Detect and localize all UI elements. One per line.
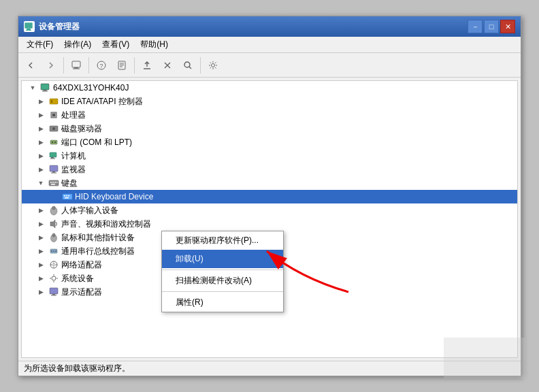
tree-node-computer-label: 计算机: [61, 150, 86, 162]
tree-node-hid-input-label: 人体字输入设备: [61, 205, 118, 216]
tree-node-hid-input[interactable]: ▶ 人体字输入设备: [22, 203, 517, 217]
svg-rect-1: [27, 29, 31, 30]
svg-point-59: [52, 276, 56, 280]
update-driver-button[interactable]: [137, 56, 157, 75]
menu-help[interactable]: 帮助(H): [135, 37, 174, 52]
svg-point-54: [51, 250, 52, 252]
ide-icon: [48, 96, 59, 107]
uninstall-button[interactable]: [158, 56, 177, 75]
tree-node-serial-label: 通用串行总线控制器: [61, 246, 135, 257]
computer-node-icon: [48, 150, 59, 161]
cpu-icon: [48, 110, 59, 120]
tree-node-disk[interactable]: ▶ 磁盘驱动器: [22, 122, 517, 135]
expand-icon-keyboard: ▼: [35, 178, 46, 189]
menu-bar: 文件(F) 操作(A) 查看(V) 帮助(H): [18, 37, 521, 53]
tree-node-network-label: 网络适配器: [61, 259, 102, 271]
tree-node-system-label: 系统设备: [61, 273, 94, 284]
svg-rect-3: [72, 61, 80, 67]
close-button[interactable]: ✕: [500, 20, 515, 33]
svg-rect-39: [54, 182, 56, 183]
tree-node-hid[interactable]: HID Keyboard Device: [22, 190, 517, 203]
tree-node-port[interactable]: ▶ 端口 (COM 和 LPT): [22, 135, 517, 149]
display-icon: [48, 287, 59, 297]
svg-text:?: ?: [99, 63, 103, 69]
svg-rect-31: [51, 157, 54, 159]
expand-icon-hid-input: ▶: [35, 205, 46, 216]
device-tree[interactable]: ▼ 64XDXL31YOHK40J ▶: [21, 80, 518, 358]
properties-button[interactable]: [112, 56, 131, 75]
scan-hardware-button[interactable]: [178, 56, 197, 75]
svg-point-29: [54, 142, 56, 143]
window-title: 设备管理器: [39, 21, 468, 33]
svg-rect-60: [50, 288, 58, 294]
menu-view[interactable]: 查看(V): [97, 37, 135, 52]
hid-keyboard-icon: [62, 191, 73, 202]
svg-rect-30: [50, 152, 56, 157]
tree-node-root-label: 64XDXL31YOHK40J: [53, 83, 129, 93]
tree-node-hid-label: HID Keyboard Device: [75, 192, 153, 201]
svg-point-17: [212, 63, 215, 67]
context-menu-scan[interactable]: 扫描检测硬件改动(A): [162, 272, 283, 290]
svg-point-15: [184, 62, 190, 67]
tree-node-monitor[interactable]: ▶ 监视器: [22, 163, 517, 176]
computer-icon: [40, 82, 51, 93]
svg-rect-24: [52, 114, 55, 116]
tree-node-display-label: 显示适配器: [61, 287, 102, 298]
computer-button[interactable]: [67, 56, 86, 75]
device-settings-button[interactable]: [203, 56, 223, 75]
tree-node-keyboard[interactable]: ▼ 键盘: [22, 176, 517, 190]
svg-rect-46: [65, 197, 69, 199]
expand-icon-network: ▶: [35, 259, 46, 270]
context-menu-update-driver[interactable]: 更新驱动程序软件(P)...: [162, 231, 283, 250]
menu-action[interactable]: 操作(A): [59, 37, 97, 52]
toolbar: ?: [18, 53, 521, 78]
expand-icon-ide: ▶: [35, 96, 46, 107]
svg-rect-48: [52, 206, 55, 210]
svg-rect-0: [24, 22, 33, 29]
svg-rect-18: [41, 84, 49, 90]
context-menu: 更新驱动程序软件(P)... 卸载(U) 扫描检测硬件改动(A) 属性(R): [161, 231, 284, 312]
tree-node-root[interactable]: ▼ 64XDXL31YOHK40J: [22, 81, 517, 95]
tree-node-ide[interactable]: ▶ IDE ATA/ATAPI 控制器: [22, 95, 517, 108]
tree-node-keyboard-label: 键盘: [61, 178, 78, 189]
context-menu-separator-2: [162, 291, 283, 292]
minimize-button[interactable]: －: [468, 20, 483, 33]
back-button[interactable]: [21, 56, 40, 75]
tree-node-disk-label: 磁盘驱动器: [61, 123, 102, 135]
expand-icon-system: ▶: [35, 273, 46, 284]
tree-node-computer[interactable]: ▶ 计算机: [22, 149, 517, 163]
context-menu-properties[interactable]: 属性(R): [162, 293, 283, 312]
network-icon: [48, 259, 59, 270]
svg-rect-19: [44, 90, 47, 91]
svg-rect-5: [73, 68, 80, 69]
svg-rect-43: [64, 195, 65, 197]
svg-rect-38: [52, 182, 54, 183]
expand-icon-sound: ▶: [35, 218, 46, 229]
forward-button[interactable]: [42, 56, 61, 75]
help-button[interactable]: ?: [92, 56, 111, 75]
svg-point-55: [53, 250, 54, 252]
window-controls: － □ ✕: [468, 20, 515, 33]
toolbar-separator-2: [88, 57, 89, 74]
svg-marker-49: [50, 220, 55, 228]
expand-icon-port: ▶: [35, 137, 46, 148]
svg-point-26: [52, 127, 55, 130]
device-manager-window: 设备管理器 － □ ✕ 文件(F) 操作(A) 查看(V) 帮助(H): [18, 16, 521, 376]
restore-button[interactable]: □: [484, 20, 499, 33]
sound-icon: [48, 218, 59, 229]
system-icon: [48, 273, 59, 284]
tree-node-sound[interactable]: ▶ 声音、视频和游戏控制器: [22, 217, 517, 231]
svg-line-16: [189, 67, 191, 69]
expand-icon-disk: ▶: [35, 123, 46, 134]
svg-rect-40: [56, 182, 58, 183]
tree-node-cpu[interactable]: ▶ 处理器: [22, 108, 517, 122]
svg-rect-37: [50, 182, 52, 183]
svg-rect-21: [50, 99, 58, 104]
tree-node-sound-label: 声音、视频和游戏控制器: [61, 218, 151, 230]
expand-icon-hid: [49, 191, 60, 202]
expand-icon-computer: ▶: [35, 150, 46, 161]
svg-rect-27: [50, 140, 57, 144]
context-menu-uninstall[interactable]: 卸载(U): [162, 250, 283, 268]
menu-file[interactable]: 文件(F): [21, 37, 59, 52]
svg-rect-20: [42, 91, 48, 92]
